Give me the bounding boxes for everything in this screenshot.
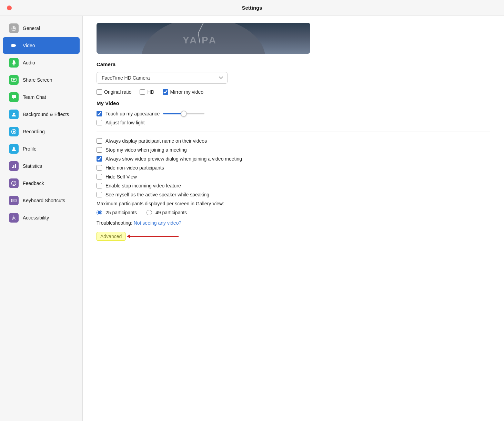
- svg-rect-13: [11, 199, 16, 202]
- video-options-container: Always display participant name on their…: [97, 138, 490, 197]
- touch-up-row: Touch up my appearance: [97, 111, 490, 116]
- radio-49-row: 49 participants: [147, 210, 187, 215]
- camera-original-ratio-label: Original ratio: [104, 89, 131, 95]
- advanced-button[interactable]: Advanced: [97, 232, 125, 241]
- display-name-checkbox[interactable]: [97, 138, 102, 144]
- active-speaker-label: See myself as the active speaker while s…: [105, 192, 209, 197]
- radio-25-label: 25 participants: [105, 210, 137, 215]
- sidebar-item-accessibility[interactable]: Accessibility: [3, 209, 80, 226]
- video-label: Video: [23, 43, 35, 48]
- general-label: General: [23, 25, 40, 31]
- svg-point-5: [13, 131, 15, 133]
- svg-rect-15: [13, 200, 14, 201]
- radio-49-label: 49 participants: [155, 210, 187, 215]
- statistics-icon: [9, 161, 19, 171]
- preview-dialog-checkbox[interactable]: [97, 156, 102, 162]
- stop-video-checkbox[interactable]: [97, 147, 102, 153]
- keyboard-shortcuts-icon: [9, 196, 19, 205]
- troubleshoot-label: Troubleshooting:: [97, 220, 132, 226]
- audio-label: Audio: [23, 60, 35, 65]
- hide-self-view-checkbox[interactable]: [97, 174, 102, 179]
- sidebar-item-share-screen[interactable]: Share Screen: [3, 72, 80, 88]
- hide-self-view-label: Hide Self View: [105, 174, 137, 179]
- troubleshoot-row: Troubleshooting: Not seeing any video?: [97, 220, 490, 226]
- share-screen-icon: [9, 75, 19, 85]
- touch-up-slider[interactable]: [163, 113, 204, 114]
- sidebar: GeneralVideoAudioShare ScreenTeam ChatBa…: [0, 16, 83, 421]
- team-chat-label: Team Chat: [23, 94, 46, 100]
- sidebar-item-team-chat[interactable]: Team Chat: [3, 89, 80, 105]
- camera-option-original-ratio[interactable]: Original ratio: [97, 89, 131, 95]
- accessibility-label: Accessibility: [23, 215, 49, 220]
- sidebar-item-feedback[interactable]: Feedback: [3, 175, 80, 192]
- arrow-line: [130, 236, 179, 237]
- camera-option-mirror[interactable]: Mirror my video: [163, 89, 203, 95]
- radio-49[interactable]: [147, 210, 152, 215]
- svg-point-10: [12, 181, 16, 186]
- video-option-stop-video: Stop my video when joining a meeting: [97, 147, 490, 153]
- video-option-preview-dialog: Always show video preview dialog when jo…: [97, 156, 490, 162]
- team-chat-icon: [9, 92, 19, 102]
- background-effects-label: Background & Effects: [23, 112, 69, 117]
- svg-rect-9: [15, 164, 16, 168]
- sidebar-item-video[interactable]: Video: [3, 37, 80, 54]
- stop-incoming-checkbox[interactable]: [97, 183, 102, 188]
- touch-up-label: Touch up my appearance: [105, 111, 160, 116]
- recording-icon: [9, 127, 19, 136]
- svg-point-12: [14, 183, 15, 183]
- camera-option-hd[interactable]: HD: [140, 89, 154, 95]
- svg-rect-1: [11, 44, 15, 47]
- sidebar-item-recording[interactable]: Recording: [3, 123, 80, 140]
- svg-rect-14: [12, 200, 13, 201]
- sidebar-item-profile[interactable]: Profile: [3, 141, 80, 157]
- statistics-label: Statistics: [23, 163, 42, 169]
- active-speaker-checkbox[interactable]: [97, 192, 102, 197]
- camera-mirror-checkbox[interactable]: [163, 89, 168, 95]
- svg-rect-7: [12, 167, 13, 168]
- audio-icon: [9, 58, 19, 68]
- accessibility-icon: [9, 213, 19, 223]
- camera-mirror-label: Mirror my video: [170, 89, 203, 95]
- camera-hd-checkbox[interactable]: [140, 89, 145, 95]
- camera-select[interactable]: FaceTime HD CameraContinuity CameraVirtu…: [97, 72, 228, 84]
- stop-video-label: Stop my video when joining a meeting: [105, 147, 187, 153]
- window-title: Settings: [242, 5, 262, 11]
- sidebar-item-audio[interactable]: Audio: [3, 54, 80, 71]
- svg-point-18: [13, 216, 14, 217]
- preview-dialog-label: Always show video preview dialog when jo…: [105, 156, 242, 162]
- sidebar-item-keyboard-shortcuts[interactable]: Keyboard Shortcuts: [3, 192, 80, 209]
- preview-svg: YA PA: [97, 23, 310, 54]
- sidebar-item-statistics[interactable]: Statistics: [3, 158, 80, 174]
- advanced-section: Advanced: [97, 232, 490, 241]
- low-light-checkbox[interactable]: [97, 120, 102, 125]
- arrow-annotation: [127, 234, 179, 238]
- svg-point-3: [13, 113, 15, 115]
- keyboard-shortcuts-label: Keyboard Shortcuts: [23, 198, 65, 203]
- title-bar: Settings: [0, 0, 504, 16]
- video-option-hide-self-view: Hide Self View: [97, 174, 490, 179]
- radio-25[interactable]: [97, 210, 102, 215]
- svg-rect-16: [15, 200, 16, 201]
- arrow-head: [127, 234, 130, 238]
- display-name-label: Always display participant name on their…: [105, 138, 207, 144]
- video-option-hide-non-video: Hide non-video participants: [97, 165, 490, 171]
- divider-1: [97, 132, 490, 132]
- feedback-icon: [9, 178, 19, 188]
- background-effects-icon: [9, 110, 19, 119]
- share-screen-label: Share Screen: [23, 77, 52, 83]
- camera-original-ratio-checkbox[interactable]: [97, 89, 102, 95]
- camera-preview: YA PA: [97, 23, 310, 54]
- gallery-view-label: Maximum participants displayed per scree…: [97, 201, 224, 206]
- touch-up-checkbox[interactable]: [97, 111, 102, 116]
- camera-preview-inner: YA PA: [97, 23, 310, 54]
- hide-non-video-checkbox[interactable]: [97, 165, 102, 171]
- sidebar-item-general[interactable]: General: [3, 20, 80, 37]
- video-option-display-name: Always display participant name on their…: [97, 138, 490, 144]
- gallery-view-radio-options: 25 participants 49 participants: [97, 210, 490, 215]
- sidebar-item-background-effects[interactable]: Background & Effects: [3, 106, 80, 123]
- low-light-row: Adjust for low light: [97, 120, 490, 125]
- my-video-section-title: My Video: [97, 100, 490, 106]
- svg-rect-8: [13, 165, 14, 168]
- close-button[interactable]: [7, 6, 12, 10]
- troubleshoot-link[interactable]: Not seeing any video?: [134, 220, 182, 226]
